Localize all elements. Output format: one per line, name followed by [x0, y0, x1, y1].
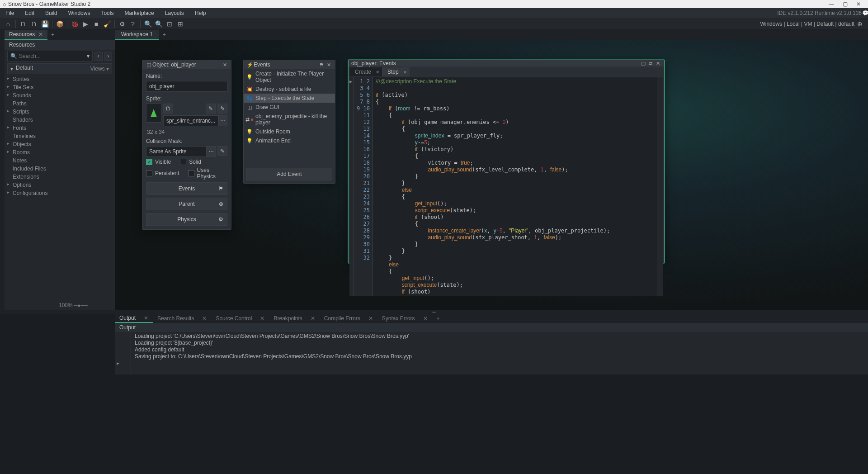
tree-tilesets[interactable]: Tile Sets: [5, 83, 115, 91]
target-selector[interactable]: Windows | Local | VM | Default | default: [760, 21, 854, 27]
tree-configs[interactable]: Configurations: [5, 189, 115, 197]
event-item[interactable]: 💥Destroy - subtract a life: [244, 85, 335, 94]
scrollbar[interactable]: [657, 77, 663, 296]
tab-output[interactable]: Output✕: [115, 314, 153, 323]
add-event-button[interactable]: Add Event: [246, 168, 332, 180]
popout-icon[interactable]: ⧉: [647, 61, 654, 66]
views-dropdown[interactable]: Views ▾: [90, 66, 109, 72]
close-icon[interactable]: ✕: [38, 31, 43, 38]
tab-search-results[interactable]: Search Results✕: [153, 314, 211, 323]
menu-layouts[interactable]: Layouts: [160, 8, 189, 18]
tree-objects[interactable]: Objects: [5, 140, 115, 148]
edit-sprite-button[interactable]: ✎: [206, 104, 216, 114]
clean-icon[interactable]: 🧹: [103, 19, 112, 28]
fold-gutter[interactable]: ▸: [349, 77, 354, 296]
tree-paths[interactable]: Paths: [5, 100, 115, 108]
home-icon[interactable]: ⌂: [4, 19, 13, 28]
tab-syntax-errors[interactable]: Syntax Errors✕: [377, 314, 432, 323]
stop-icon[interactable]: ■: [92, 19, 101, 28]
tree-shaders[interactable]: Shaders: [5, 116, 115, 124]
persistent-checkbox[interactable]: [146, 170, 152, 176]
zoom-reset-icon[interactable]: ⊡: [165, 19, 174, 28]
event-item[interactable]: ⇄●obj_enemy_projectile - kill the player: [244, 112, 335, 127]
save-icon[interactable]: 💾: [40, 19, 49, 28]
solid-checkbox[interactable]: [180, 159, 186, 165]
close-icon[interactable]: ✕: [325, 62, 332, 68]
add-tab-button[interactable]: +: [47, 32, 58, 38]
close-icon[interactable]: ✕: [144, 315, 148, 321]
chevron-down-icon[interactable]: ▾: [87, 53, 90, 59]
sprite-dropdown-button[interactable]: ⋯: [218, 115, 227, 126]
workspace[interactable]: Workspace 1 + ◫ Object: obj_player ✕ Nam…: [115, 30, 868, 310]
tree-extensions[interactable]: Extensions: [5, 173, 115, 181]
flag-icon[interactable]: ⚑: [318, 62, 325, 68]
tab-compile-errors[interactable]: Compile Errors✕: [320, 314, 377, 323]
close-icon[interactable]: ✕: [423, 315, 428, 322]
event-item[interactable]: ◫Draw GUI: [244, 103, 335, 112]
search-input[interactable]: [19, 53, 87, 59]
collision-dropdown-button[interactable]: ⋯: [207, 146, 216, 157]
code-pane[interactable]: ▸ 1 2 3 4 5 6 7 8 9 10 11 12 13 14 15 16…: [349, 77, 663, 296]
menu-marketplace[interactable]: Marketplace: [119, 8, 159, 18]
output-text[interactable]: Loading project 'C:\Users\Steven\ownClou…: [131, 332, 868, 374]
resources-tab[interactable]: Resources ✕: [5, 30, 47, 40]
maximize-button[interactable]: ▢: [838, 1, 852, 7]
maximize-icon[interactable]: ▢: [640, 61, 647, 66]
code-editor-window[interactable]: obj_player: Events ▢ ⧉ ✕ Create✕ Step✕ ▸…: [348, 60, 665, 263]
target-config-icon[interactable]: ⊕: [855, 19, 864, 28]
physics-button[interactable]: Physics⚙: [146, 213, 227, 226]
menu-windows[interactable]: Windows: [63, 8, 96, 18]
physics-checkbox[interactable]: [188, 170, 194, 176]
close-icon[interactable]: ✕: [368, 315, 373, 322]
add-tab-button[interactable]: +: [432, 314, 444, 323]
object-window[interactable]: ◫ Object: obj_player ✕ Name: Sprite: 🗋 ✎…: [142, 60, 231, 230]
menu-build[interactable]: Build: [40, 8, 63, 18]
tab-source-control[interactable]: Source Control✕: [211, 314, 269, 323]
close-icon[interactable]: ✕: [221, 62, 228, 68]
parent-button[interactable]: Parent⊛: [146, 198, 227, 210]
nav-back-button[interactable]: ‹: [94, 52, 103, 61]
menu-edit[interactable]: Edit: [19, 8, 40, 18]
workspace-tab[interactable]: Workspace 1: [115, 30, 159, 40]
event-item[interactable]: 💡Create - Initialize The Player Object: [244, 69, 335, 85]
settings-icon[interactable]: ⚙: [118, 19, 127, 28]
close-button[interactable]: ✕: [852, 1, 865, 7]
tab-breakpoints[interactable]: Breakpoints✕: [269, 314, 319, 323]
close-icon[interactable]: ✕: [260, 315, 264, 322]
menu-file[interactable]: File: [0, 8, 19, 18]
package-icon[interactable]: 📦: [55, 19, 64, 28]
debug-icon[interactable]: 🐞: [70, 19, 79, 28]
tree-fonts[interactable]: Fonts: [5, 124, 115, 132]
event-item[interactable]: 👣Step - Execute the State: [244, 94, 335, 103]
open-icon[interactable]: 🗋: [29, 19, 38, 28]
tree-sounds[interactable]: Sounds: [5, 91, 115, 100]
tree-rooms[interactable]: Rooms: [5, 148, 115, 156]
collision-selector[interactable]: Same As Sprite: [146, 146, 207, 157]
code-tab-create[interactable]: Create✕: [349, 67, 382, 76]
tree-scripts[interactable]: Scripts: [5, 108, 115, 116]
minimize-button[interactable]: —: [825, 1, 838, 7]
events-window[interactable]: ⚡ Events ⚑ ✕ 💡Create - Initialize The Pl…: [243, 60, 335, 184]
nav-forward-button[interactable]: ›: [104, 52, 113, 61]
add-workspace-button[interactable]: +: [159, 32, 170, 38]
notification-icon[interactable]: 💬: [862, 10, 868, 16]
event-item[interactable]: 💡Animation End: [244, 136, 335, 145]
close-icon[interactable]: ✕: [654, 61, 661, 66]
help-icon[interactable]: ?: [128, 19, 137, 28]
events-button[interactable]: Events⚑: [146, 182, 227, 195]
name-input[interactable]: [146, 81, 227, 92]
docking-icon[interactable]: ⊞: [176, 19, 185, 28]
menu-tools[interactable]: Tools: [95, 8, 119, 18]
visible-checkbox[interactable]: ✓: [146, 159, 152, 165]
panel-splitter[interactable]: ▴▴: [0, 310, 868, 314]
menu-help[interactable]: Help: [189, 8, 212, 18]
tree-timelines[interactable]: Timelines: [5, 132, 115, 140]
zoom-in-icon[interactable]: 🔍: [143, 19, 152, 28]
close-icon[interactable]: ✕: [311, 315, 315, 322]
new-icon[interactable]: 🗋: [19, 19, 28, 28]
event-item[interactable]: 💡Outside Room: [244, 127, 335, 136]
close-icon[interactable]: ✕: [376, 70, 379, 75]
tree-notes[interactable]: Notes: [5, 156, 115, 165]
code-text[interactable]: ///@description Execute the State if (ac…: [373, 77, 657, 296]
run-icon[interactable]: ▶: [81, 19, 90, 28]
